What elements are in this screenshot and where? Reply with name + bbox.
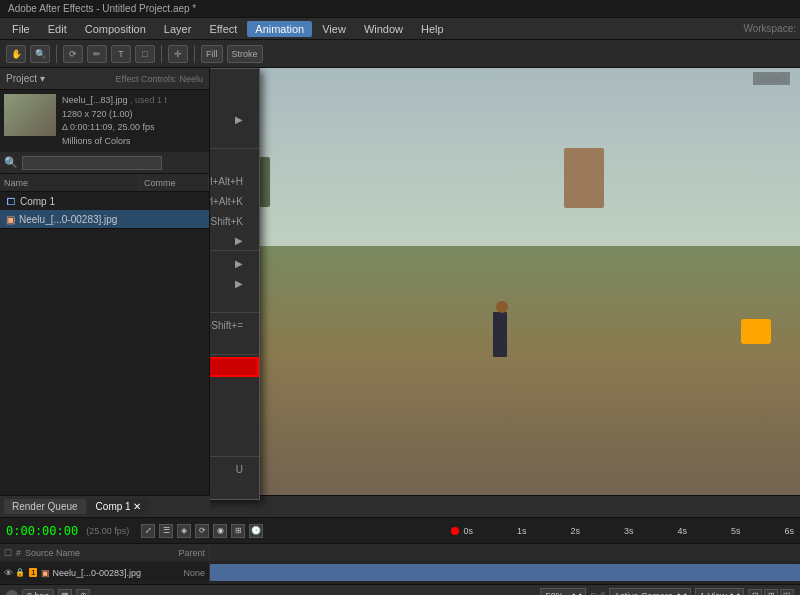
effect-controls-label: Effect Controls: Neelu xyxy=(116,74,203,84)
menu-effect[interactable]: Effect xyxy=(201,21,245,37)
shape-tool-btn[interactable]: □ xyxy=(135,45,155,63)
timeline-btn-3[interactable]: ◈ xyxy=(177,524,191,538)
scene-person-body xyxy=(493,312,507,357)
panel-lower-area xyxy=(0,228,209,513)
solo-btn[interactable] xyxy=(6,590,18,596)
timeline-btn-7[interactable]: 🕒 xyxy=(249,524,263,538)
col-num: # xyxy=(16,548,21,558)
timeline-btn-5[interactable]: ◉ xyxy=(213,524,227,538)
menu-reveal-modified[interactable]: Reveal Modified Properties xyxy=(210,479,259,499)
menu-items: File Edit Composition Layer Effect Anima… xyxy=(4,21,452,37)
text-tool-btn[interactable]: T xyxy=(111,45,131,63)
canvas-area: (none) Save Animation Preset... Apply An… xyxy=(210,68,800,513)
timeline-area: Render Queue Comp 1 ✕ 0:00:00:00 (25.00 … xyxy=(0,495,800,595)
menu-remove-text-animators[interactable]: Remove All Text Animators xyxy=(210,293,259,313)
menu-browse-presets[interactable]: Browse Presets... xyxy=(210,129,259,149)
file-item-image[interactable]: ▣ Neelu_[...0-00283].jpg xyxy=(0,210,209,228)
col-comment: Comme xyxy=(140,174,209,191)
menu-track-mocha[interactable]: Track in mocha AE xyxy=(210,377,259,397)
menu-reveal-animating[interactable]: Reveal Animating PropertiesU xyxy=(210,459,259,479)
menu-track-motion[interactable]: Track Motion xyxy=(210,417,259,437)
menu-save-preset[interactable]: Save Animation Preset... xyxy=(210,69,259,89)
view-icon-2[interactable]: ⊞ xyxy=(764,589,778,596)
menu-warp-stabilizer[interactable]: Warp Stabilizer xyxy=(210,397,259,417)
menu-bar: File Edit Composition Layer Effect Anima… xyxy=(0,18,800,40)
hand-tool-btn[interactable]: ✋ xyxy=(6,45,26,63)
timeline-controls: 0:00:00:00 (25.00 fps) ⤢ ☰ ◈ ⟳ ◉ ⊞ 🕒 0s … xyxy=(0,518,800,544)
fps-display: (25.00 fps) xyxy=(86,526,129,536)
timeline-bottom-toolbar: 8 bpc ▦ ⊕ 50% 100% 25% Full Active Camer… xyxy=(0,584,800,595)
menu-layer[interactable]: Layer xyxy=(156,21,200,37)
menu-add-text-selector[interactable]: Add Text Selector▶ xyxy=(210,273,259,293)
quality-display: Full xyxy=(590,591,605,596)
file-resolution: 1280 x 720 (1.00) xyxy=(62,108,167,122)
timeline-marker-2s: 2s xyxy=(570,526,580,536)
animation-dropdown-menu: Save Animation Preset... Apply Animation… xyxy=(210,68,260,500)
timeline-btn-6[interactable]: ⊞ xyxy=(231,524,245,538)
stroke-btn[interactable]: Stroke xyxy=(227,45,263,63)
pen-tool-btn[interactable]: ✏ xyxy=(87,45,107,63)
menu-help[interactable]: Help xyxy=(413,21,452,37)
menu-composition[interactable]: Composition xyxy=(77,21,154,37)
view-icons: ⊡ ⊞ ◫ xyxy=(748,589,794,596)
menu-track-property[interactable]: Track this Property xyxy=(210,437,259,457)
view-icon-1[interactable]: ⊡ xyxy=(748,589,762,596)
project-search-input[interactable] xyxy=(22,156,162,170)
track-bar xyxy=(210,564,800,581)
menu-keyframe-velocity[interactable]: Keyframe Velocity...Ctrl+Shift+K xyxy=(210,211,259,231)
time-display[interactable]: 0:00:00:00 xyxy=(6,524,78,538)
menu-apply-preset[interactable]: Apply Animation Preset... xyxy=(210,89,259,109)
track-row-1: 👁 🔒 1 ▣ Neelu_[...0-00283].jpg None xyxy=(0,562,800,584)
timeline-btn-1[interactable]: ⤢ xyxy=(141,524,155,538)
timeline-marker-4s: 4s xyxy=(677,526,687,536)
comp1-tab[interactable]: Comp 1 ✕ xyxy=(88,499,150,514)
file-item-comp1[interactable]: ⧠ Comp 1 xyxy=(0,192,209,210)
track-audio-icon[interactable]: 🔒 xyxy=(15,568,25,577)
track-file-name: Neelu_[...0-00283].jpg xyxy=(52,568,141,578)
comp-icon: ⧠ xyxy=(6,196,16,207)
scene-vehicle xyxy=(741,319,771,344)
menu-window[interactable]: Window xyxy=(356,21,411,37)
views-select[interactable]: 1 View xyxy=(695,588,744,596)
timeline-extra-btn1[interactable]: ▦ xyxy=(58,589,72,596)
menu-track-camera[interactable]: Track Camera xyxy=(210,357,259,377)
workspace-label: Workspace: xyxy=(743,23,796,34)
comp1-name: Comp 1 xyxy=(20,196,55,207)
timeline-btn-2[interactable]: ☰ xyxy=(159,524,173,538)
menu-keyframe-interp[interactable]: Keyframe Interpolation...Ctrl+Alt+K xyxy=(210,191,259,211)
view-select[interactable]: Active Camera xyxy=(609,588,691,596)
scene-building1 xyxy=(564,148,604,208)
fill-btn[interactable]: Fill xyxy=(201,45,223,63)
menu-file[interactable]: File xyxy=(4,21,38,37)
render-queue-tab[interactable]: Render Queue xyxy=(4,499,86,514)
menu-keyframe-assistant[interactable]: Keyframe Assistant▶ xyxy=(210,231,259,251)
view-icon-3[interactable]: ◫ xyxy=(780,589,794,596)
zoom-select[interactable]: 50% 100% 25% xyxy=(540,588,586,596)
track-timeline-area[interactable] xyxy=(210,562,800,583)
menu-toggle-hold[interactable]: Toggle Hold KeyframeCtrl+Alt+H xyxy=(210,171,259,191)
project-tab[interactable]: Project ▾ xyxy=(6,73,45,84)
menu-edit[interactable]: Edit xyxy=(40,21,75,37)
playhead-indicator xyxy=(451,527,459,535)
project-panel-header: Project ▾ Effect Controls: Neelu xyxy=(0,68,209,90)
project-search-bar: 🔍 xyxy=(0,152,209,174)
timeline-extra-btn2[interactable]: ⊕ xyxy=(76,589,90,596)
timeline-marker-5s: 5s xyxy=(731,526,741,536)
anchor-tool-btn[interactable]: ✛ xyxy=(168,45,188,63)
track-file-icon: ▣ xyxy=(41,568,50,578)
col-toggle: ☐ xyxy=(4,548,12,558)
menu-view[interactable]: View xyxy=(314,21,354,37)
search-icon: 🔍 xyxy=(4,156,18,169)
camera-tool-btn[interactable]: ⟳ xyxy=(63,45,83,63)
menu-animation[interactable]: Animation xyxy=(247,21,312,37)
menu-add-keyframe[interactable]: Add Keyframe xyxy=(210,151,259,171)
menu-recent-presets[interactable]: Recent Animation Presets▶ xyxy=(210,109,259,129)
timeline-marker-6s: 6s xyxy=(784,526,794,536)
menu-add-expression[interactable]: Add ExpressionAlt+Shift+= xyxy=(210,315,259,335)
menu-animate-text[interactable]: Animate Text▶ xyxy=(210,253,259,273)
timeline-btn-4[interactable]: ⟳ xyxy=(195,524,209,538)
zoom-tool-btn[interactable]: 🔍 xyxy=(30,45,50,63)
menu-separate-dimensions[interactable]: Separate Dimensions xyxy=(210,335,259,355)
bpc-display[interactable]: 8 bpc xyxy=(22,589,54,596)
track-visibility-icon[interactable]: 👁 xyxy=(4,568,13,578)
